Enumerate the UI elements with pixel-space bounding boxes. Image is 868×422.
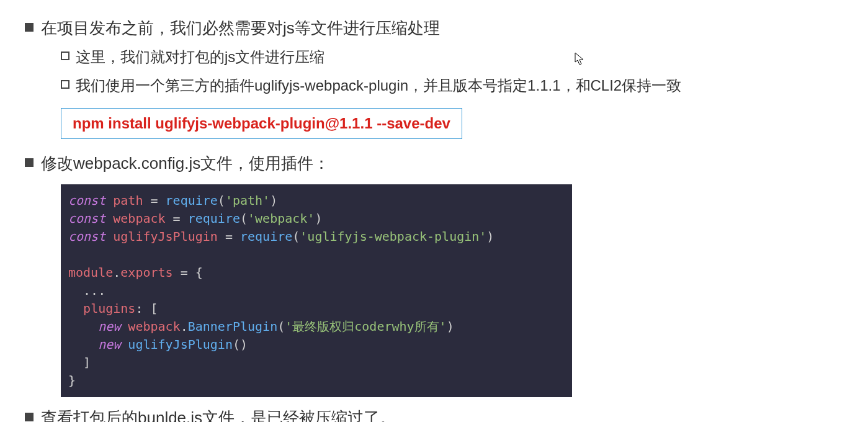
code-var: webpack (113, 211, 165, 226)
code-punc: ) (486, 229, 494, 244)
square-bullet-icon (25, 158, 34, 167)
code-punc: ( (292, 229, 300, 244)
code-punc: ) (270, 193, 277, 208)
bullet-level1: 修改webpack.config.js文件，使用插件： (25, 151, 843, 176)
code-str: 'webpack' (248, 211, 315, 226)
code-punc: ) (315, 211, 322, 226)
code-str: '最终版权归coderwhy所有' (285, 319, 446, 334)
code-var: exports (120, 265, 172, 280)
code-punc: . (181, 319, 188, 334)
code-fn: require (240, 229, 292, 244)
code-keyword: new (98, 337, 120, 352)
code-keyword: const (68, 229, 105, 244)
code-method: BannerPlugin (188, 319, 278, 334)
code-var: module (68, 265, 113, 280)
bullet-level2: 这里，我们就对打包的js文件进行压缩 (61, 45, 843, 69)
square-bullet-icon (25, 23, 34, 32)
code-punc: ) (240, 337, 248, 352)
code-str: 'path' (225, 193, 270, 208)
bullet-text: 这里，我们就对打包的js文件进行压缩 (76, 45, 324, 69)
bullet-text: 查看打包后的bunlde.js文件，是已经被压缩过了。 (41, 406, 396, 422)
hollow-square-bullet-icon (61, 80, 69, 89)
code-var: path (113, 193, 143, 208)
code-block: const path = require('path') const webpa… (61, 184, 572, 397)
code-punc: . (113, 265, 120, 280)
code-punc: = { (173, 265, 203, 280)
code-prop: plugins (83, 301, 135, 316)
code-class: uglifyJsPlugin (128, 337, 233, 352)
code-punc: ( (240, 211, 248, 226)
code-line: ] (68, 355, 91, 370)
code-punc: = (218, 229, 240, 244)
code-keyword: new (98, 319, 120, 334)
code-class: webpack (128, 319, 180, 334)
code-punc: : [ (135, 301, 158, 316)
bullet-level1: 在项目发布之前，我们必然需要对js等文件进行压缩处理 (25, 16, 843, 40)
bullet-level2: 我们使用一个第三方的插件uglifyjs-webpack-plugin，并且版本… (61, 74, 843, 97)
code-punc: ) (447, 319, 454, 334)
install-command-box: npm install uglifyjs-webpack-plugin@1.1.… (61, 108, 462, 139)
code-keyword: const (68, 211, 105, 226)
code-punc: ( (277, 319, 285, 334)
bullet-text: 我们使用一个第三方的插件uglifyjs-webpack-plugin，并且版本… (76, 74, 681, 97)
code-line: ... (68, 283, 105, 298)
bullet-level1: 查看打包后的bunlde.js文件，是已经被压缩过了。 (25, 406, 843, 422)
bullet-text: 在项目发布之前，我们必然需要对js等文件进行压缩处理 (41, 16, 440, 40)
code-punc: = (166, 211, 188, 226)
code-line: } (68, 373, 76, 388)
code-punc: ( (218, 193, 225, 208)
code-str: 'uglifyjs-webpack-plugin' (300, 229, 486, 244)
code-var: uglifyJsPlugin (113, 229, 218, 244)
bullet-text: 修改webpack.config.js文件，使用插件： (41, 151, 329, 176)
code-keyword: const (68, 193, 105, 208)
code-punc: ( (233, 337, 240, 352)
hollow-square-bullet-icon (61, 52, 69, 60)
code-fn: require (188, 211, 240, 226)
code-punc: = (143, 193, 165, 208)
square-bullet-icon (25, 413, 34, 421)
code-fn: require (166, 193, 218, 208)
